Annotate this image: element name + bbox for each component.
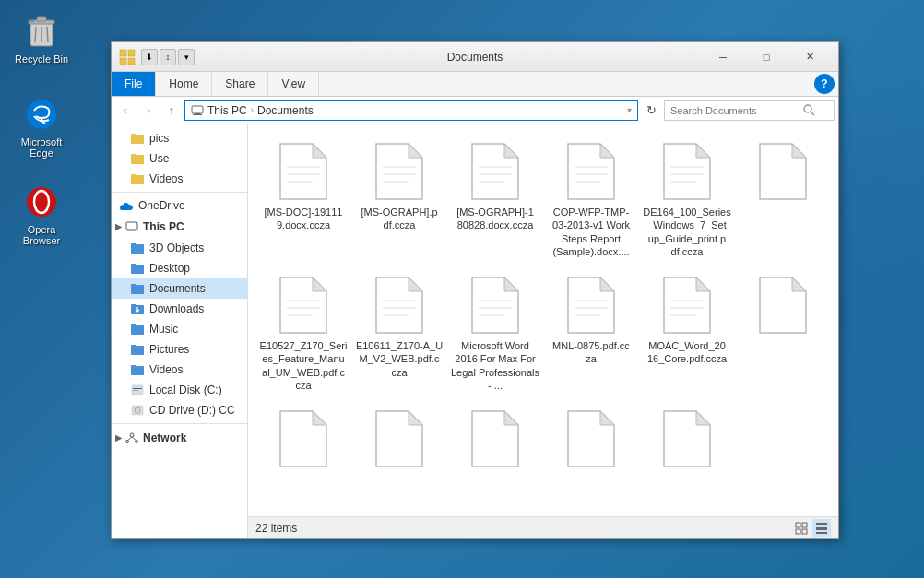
file-item-10[interactable]: MOAC_Word_20 16_Core.pdf.ccza [641, 267, 733, 397]
sidebar-label-network: Network [143, 431, 186, 444]
file-icon-9 [563, 273, 619, 337]
tab-file[interactable]: File [112, 72, 156, 96]
file-item-13[interactable] [353, 401, 445, 477]
breadcrumb-this-pc[interactable]: This PC [207, 104, 247, 117]
tab-view[interactable]: View [268, 72, 319, 96]
file-icon-14 [468, 407, 523, 471]
file-name-4: DE164_100_Series _Windows_7_Set up_Guide… [643, 206, 731, 258]
file-icon-15 [563, 407, 619, 471]
content-area: pics Use Videos [112, 124, 838, 538]
file-name-3: COP-WFP-TMP- 03-2013-v1 Work Steps Repor… [547, 206, 635, 258]
file-item-0[interactable]: [MS-DOC]-19111 9.docx.ccza [257, 134, 349, 264]
file-item-8[interactable]: Microsoft Word 2016 For Max For Legal Pr… [449, 267, 541, 397]
tab-home[interactable]: Home [156, 72, 212, 96]
tab-share[interactable]: Share [212, 72, 268, 96]
sidebar-item-documents[interactable]: Documents [112, 278, 247, 299]
up-button[interactable]: ↑ [161, 100, 182, 121]
forward-button[interactable]: › [138, 100, 159, 121]
desktop-icon-edge[interactable]: MicrosoftEdge [9, 92, 74, 162]
svg-rect-13 [192, 106, 203, 113]
folder-icon-desktop [130, 261, 145, 276]
sidebar-item-onedrive[interactable]: OneDrive [112, 195, 247, 216]
sidebar-label-videos-quick: Videos [149, 172, 183, 185]
sidebar-item-desktop[interactable]: Desktop [112, 258, 247, 278]
file-item-14[interactable] [449, 401, 541, 477]
sidebar-divider-2 [112, 423, 247, 424]
quick-access-btn-3[interactable]: ▾ [178, 49, 195, 65]
disk-icon [130, 383, 145, 397]
refresh-button[interactable]: ↻ [641, 100, 661, 121]
sidebar-divider-1 [112, 192, 247, 193]
sidebar-label-onedrive: OneDrive [138, 199, 185, 212]
recycle-bin-icon [23, 13, 60, 50]
file-item-7[interactable]: E10611_Z170-A_U M_V2_WEB.pdf.c cza [353, 267, 445, 397]
maximize-button[interactable]: □ [745, 42, 788, 72]
sidebar-item-3d-objects[interactable]: 3D Objects [112, 238, 247, 258]
sidebar-item-pictures[interactable]: Pictures [112, 339, 247, 360]
close-button[interactable]: ✕ [788, 42, 831, 72]
opera-label: OperaBrowser [23, 224, 60, 246]
sidebar-item-network[interactable]: ▶ Network [112, 427, 247, 449]
svg-line-31 [132, 437, 136, 441]
folder-icon-use [130, 151, 145, 166]
file-name-7: E10611_Z170-A_U M_V2_WEB.pdf.c cza [355, 339, 444, 379]
search-bar[interactable] [664, 100, 835, 121]
file-name-10: MOAC_Word_20 16_Core.pdf.ccza [643, 339, 731, 366]
file-item-4[interactable]: DE164_100_Series _Windows_7_Set up_Guide… [641, 134, 733, 264]
sidebar-item-use[interactable]: Use [112, 148, 247, 169]
breadcrumb-documents[interactable]: Documents [257, 104, 314, 117]
file-name-8: Microsoft Word 2016 For Max For Legal Pr… [451, 339, 539, 392]
svg-line-30 [127, 437, 132, 441]
edge-icon [23, 96, 60, 133]
file-icon-10 [659, 273, 715, 337]
sidebar-item-downloads[interactable]: Downloads [112, 299, 247, 319]
file-icon-5 [755, 139, 811, 204]
sidebar-item-pics[interactable]: pics [112, 128, 247, 148]
file-icon-3 [563, 139, 619, 204]
svg-rect-64 [796, 529, 800, 534]
file-item-16[interactable] [641, 401, 733, 477]
sidebar-label-pics: pics [149, 132, 169, 145]
minimize-button[interactable]: ─ [702, 42, 744, 72]
sidebar-label-this-pc: This PC [143, 220, 184, 233]
svg-rect-68 [816, 532, 827, 534]
address-bar[interactable]: This PC › Documents ▾ [184, 100, 638, 121]
file-name-6: E10527_Z170_Seri es_Feature_Manu al_UM_W… [259, 339, 348, 392]
sidebar-item-local-disk[interactable]: Local Disk (C:) [112, 380, 247, 400]
file-icon-0 [276, 139, 331, 204]
file-name-1: [MS-OGRAPH].p df.ccza [355, 206, 444, 232]
quick-access-btn-1[interactable]: ⬇ [141, 49, 158, 65]
ribbon-tabs: File Home Share View ? [112, 72, 838, 96]
sidebar: pics Use Videos [112, 124, 248, 538]
sidebar-label-3d-objects: 3D Objects [149, 242, 204, 254]
file-item-3[interactable]: COP-WFP-TMP- 03-2013-v1 Work Steps Repor… [545, 134, 637, 264]
list-view-button[interactable] [812, 519, 831, 537]
desktop-icon-opera[interactable]: OperaBrowser [9, 180, 74, 250]
sidebar-item-videos[interactable]: Videos [112, 360, 247, 380]
file-item-9[interactable]: MNL-0875.pdf.cc za [545, 267, 637, 397]
desktop-icon-recycle-bin[interactable]: Recycle Bin [9, 9, 74, 68]
sidebar-item-videos-quick[interactable]: Videos [112, 169, 247, 189]
file-item-1[interactable]: [MS-OGRAPH].p df.ccza [353, 134, 445, 264]
folder-icon-downloads [130, 301, 145, 316]
file-icon-11 [755, 273, 811, 337]
svg-rect-10 [128, 50, 135, 56]
file-item-2[interactable]: [MS-OGRAPH]-1 80828.docx.ccza [449, 134, 541, 264]
quick-access-btn-2[interactable]: ↕ [160, 49, 176, 65]
file-item-12[interactable] [257, 401, 349, 477]
sidebar-item-cd-drive[interactable]: CD Drive (D:) CC [112, 400, 247, 420]
file-item-6[interactable]: E10527_Z170_Seri es_Feature_Manu al_UM_W… [257, 267, 349, 397]
file-item-5[interactable] [737, 134, 829, 264]
sidebar-item-this-pc[interactable]: ▶ This PC [112, 216, 247, 238]
grid-view-button[interactable] [792, 519, 811, 537]
file-name-0: [MS-DOC]-19111 9.docx.ccza [259, 206, 348, 232]
sidebar-label-videos: Videos [149, 363, 183, 376]
search-input[interactable] [670, 105, 800, 116]
file-item-11[interactable] [737, 267, 829, 397]
sidebar-item-music[interactable]: Music [112, 319, 247, 339]
file-item-15[interactable] [545, 401, 637, 477]
back-button[interactable]: ‹ [115, 100, 136, 121]
help-button[interactable]: ? [814, 74, 835, 94]
edge-label: MicrosoftEdge [21, 136, 63, 159]
svg-rect-63 [802, 523, 807, 527]
